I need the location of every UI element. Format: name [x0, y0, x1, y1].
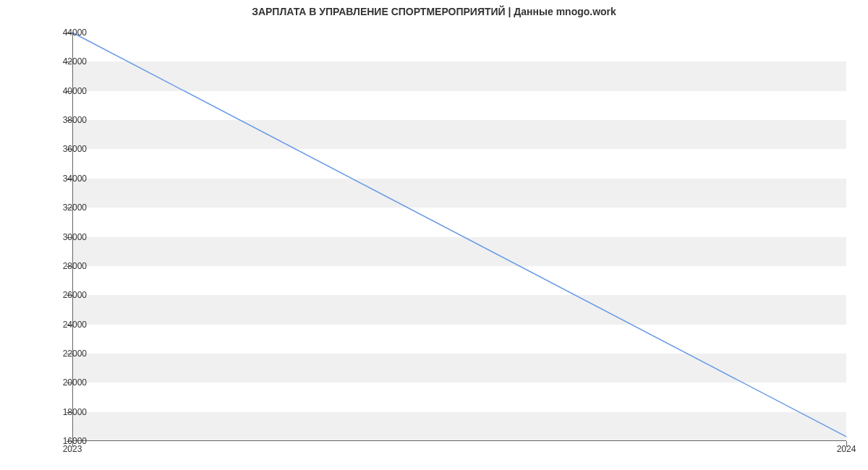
y-tick-label: 36000 [63, 144, 87, 154]
y-tick-label: 18000 [63, 407, 87, 417]
x-tick-label: 2024 [837, 444, 856, 454]
y-tick-label: 26000 [63, 290, 87, 300]
y-tick-label: 40000 [63, 86, 87, 96]
y-tick-label: 42000 [63, 56, 87, 67]
y-tick-label: 32000 [63, 202, 87, 213]
chart-title: ЗАРПЛАТА В УПРАВЛЕНИЕ СПОРТМЕРОПРИЯТИЙ |… [0, 6, 868, 17]
y-tick-label: 34000 [63, 174, 87, 184]
x-tick-label: 2023 [63, 444, 82, 454]
y-tick-label: 24000 [63, 320, 87, 330]
y-tick-label: 22000 [63, 349, 87, 359]
y-tick-label: 44000 [63, 27, 87, 38]
line-layer [72, 33, 846, 441]
y-tick-label: 38000 [63, 115, 87, 125]
plot-area [72, 33, 846, 441]
series-line [72, 33, 846, 437]
y-tick-label: 30000 [63, 232, 87, 242]
y-tick-label: 28000 [63, 261, 87, 271]
chart-container: ЗАРПЛАТА В УПРАВЛЕНИЕ СПОРТМЕРОПРИЯТИЙ |… [0, 0, 868, 470]
y-tick-label: 20000 [63, 377, 87, 388]
